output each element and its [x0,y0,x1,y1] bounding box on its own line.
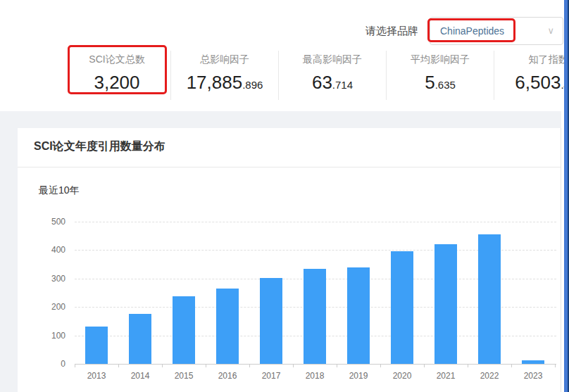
stat-label: 总影响因子 [171,52,278,66]
stat-zhiliao-index: 知了指数 6,503.441 [494,51,569,100]
x-axis-category-label: 2022 [468,371,511,381]
stat-value-dec: .635 [435,79,456,91]
bar-2022[interactable] [478,234,501,364]
x-axis-category-label: 2013 [75,371,118,381]
x-axis-category-label: 2016 [206,371,249,381]
x-axis-category-label: 2015 [162,371,206,381]
stat-total-impact-factor: 总影响因子 17,885.896 [171,51,279,100]
brand-select-label: 请选择品牌 [365,25,418,38]
x-axis-category-label: 2023 [511,371,555,381]
page: 请选择品牌 ChinaPeptides ∨ SCI论文总数 3,200 总影响因… [0,0,569,392]
header: 请选择品牌 ChinaPeptides ∨ SCI论文总数 3,200 总影响因… [0,0,569,111]
bar-chart: 0100200300400500201320142015201620172018… [18,128,561,392]
stat-value-dec: .896 [242,79,263,91]
x-axis-category-label: 2014 [118,371,162,381]
y-axis-tick-label: 400 [35,245,65,255]
x-axis-tick [424,364,425,367]
bar-2019[interactable] [347,267,370,364]
bar-2021[interactable] [434,244,457,364]
stat-value: 6,503.441 [494,70,569,97]
x-axis-tick [118,364,119,367]
bar-2023[interactable] [522,360,544,364]
x-axis-tick [162,364,163,367]
x-axis-tick [555,364,556,367]
x-axis-category-label: 2021 [424,371,468,381]
stats-row: SCI论文总数 3,200 总影响因子 17,885.896 最高影响因子 63… [63,51,569,100]
stat-value: 63.714 [279,70,386,97]
bar-2018[interactable] [304,269,326,364]
x-axis-line [75,364,556,365]
bar-2013[interactable] [85,327,108,364]
stat-value-int: 3,200 [94,72,139,93]
y-axis-tick-label: 0 [35,359,65,369]
y-gridline [75,222,556,222]
x-axis-category-label: 2018 [293,371,337,381]
stat-highest-impact-factor: 最高影响因子 63.714 [279,51,387,100]
brand-select-dropdown[interactable]: ChinaPeptides ∨ [430,17,563,45]
y-axis-tick-label: 500 [35,217,65,227]
x-axis-tick [75,364,75,367]
bar-2014[interactable] [129,314,151,364]
y-axis-tick-label: 200 [35,302,65,312]
stat-value-int: 5 [425,72,434,93]
stat-label: 平均影响因子 [387,52,494,66]
bar-2016[interactable] [216,289,239,364]
bar-2020[interactable] [391,251,413,364]
x-axis-tick [249,364,250,367]
stat-label: 知了指数 [494,52,569,66]
stat-value: 5.635 [387,70,494,97]
x-axis-tick [468,364,468,367]
x-axis-tick [293,364,294,367]
stat-value: 17,885.896 [171,70,278,97]
stat-sci-paper-total: SCI论文总数 3,200 [63,51,171,100]
brand-select-value[interactable]: ChinaPeptides [430,25,504,37]
x-axis-category-label: 2020 [380,371,424,381]
brand-select-row: 请选择品牌 ChinaPeptides ∨ [0,0,569,49]
stat-value-int: 63 [312,72,332,93]
x-axis-tick [380,364,381,367]
stat-label: SCI论文总数 [63,52,170,66]
bar-2015[interactable] [173,296,195,364]
x-axis-tick [337,364,337,367]
stat-value-dec: .714 [332,79,353,91]
chevron-down-icon[interactable]: ∨ [547,25,554,36]
chart-card: SCI论文年度引用数量分布 最近10年 01002003004005002013… [18,128,561,392]
bar-2017[interactable] [260,278,282,364]
stat-average-impact-factor: 平均影响因子 5.635 [387,51,494,100]
x-axis-category-label: 2019 [337,371,380,381]
stat-label: 最高影响因子 [279,52,386,66]
x-axis-category-label: 2017 [249,371,293,381]
y-axis-tick-label: 100 [35,331,65,341]
x-axis-tick [206,364,206,367]
stat-value-int: 17,885 [187,72,243,93]
window-edge-scrollbar[interactable] [564,0,569,392]
stat-value-int: 6,503 [515,72,561,93]
y-axis-tick-label: 300 [35,274,65,284]
stat-value: 3,200 [63,70,170,97]
x-axis-tick [511,364,512,367]
